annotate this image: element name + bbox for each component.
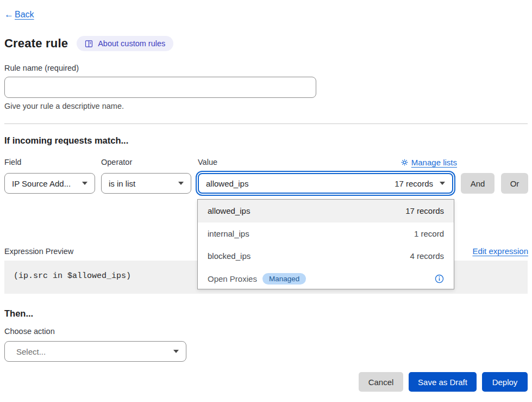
list-item-name: blocked_ips (208, 251, 410, 261)
list-item-name: allowed_ips (208, 206, 405, 215)
list-item-allowed-ips[interactable]: allowed_ips 17 records (198, 200, 454, 222)
chevron-down-icon (440, 182, 445, 185)
operator-label: Operator (101, 158, 132, 166)
list-item-records: 4 records (410, 251, 444, 261)
gear-icon (401, 159, 408, 166)
field-select-value: IP Source Add... (12, 179, 76, 188)
value-select[interactable]: allowed_ips 17 records (198, 173, 453, 194)
deploy-button[interactable]: Deploy (482, 372, 528, 392)
about-badge-label: About custom rules (98, 39, 165, 48)
or-button[interactable]: Or (501, 173, 528, 194)
list-item-name: internal_ips (208, 229, 414, 238)
chevron-down-icon (173, 350, 179, 353)
value-dropdown-panel: allowed_ips 17 records internal_ips 1 re… (197, 199, 454, 289)
choose-action-label: Choose action (4, 327, 55, 336)
save-as-draft-button[interactable]: Save as Draft (409, 372, 477, 392)
operator-select-value: is in list (109, 179, 172, 188)
section-divider (4, 123, 528, 124)
list-item-records: 1 record (414, 229, 444, 238)
value-select-records: 17 records (395, 179, 433, 188)
match-heading: If incoming requests match... (4, 135, 128, 146)
value-select-value: allowed_ips (206, 179, 388, 188)
then-heading: Then... (4, 308, 33, 319)
list-item-name: Open Proxies (208, 274, 257, 283)
and-button[interactable]: And (461, 173, 495, 194)
book-icon (85, 40, 93, 48)
page-title: Create rule (4, 36, 68, 51)
action-select-placeholder: Select... (12, 347, 167, 356)
cancel-button[interactable]: Cancel (359, 372, 403, 392)
rule-name-input[interactable] (4, 77, 316, 98)
create-rule-page: ←Back Create rule About custom rules Rul… (0, 0, 532, 402)
managed-badge: Managed (262, 273, 306, 285)
action-select[interactable]: Select... (4, 341, 186, 362)
back-label: Back (15, 10, 34, 20)
manage-lists-link[interactable]: Manage lists (401, 158, 457, 167)
list-item-blocked-ips[interactable]: blocked_ips 4 records (198, 245, 454, 268)
title-row: Create rule About custom rules (4, 36, 173, 51)
back-link[interactable]: ←Back (4, 9, 34, 20)
list-item-open-proxies[interactable]: Open Proxies Managed (198, 268, 454, 290)
rule-name-label: Rule name (required) (4, 64, 79, 72)
expression-preview-label: Expression Preview (4, 247, 73, 256)
rule-name-helper: Give your rule a descriptive name. (4, 102, 124, 110)
list-item-records: 17 records (405, 206, 444, 215)
expression-code: (ip.src in $allowed_ips) (14, 271, 131, 281)
list-item-internal-ips[interactable]: internal_ips 1 record (198, 222, 454, 245)
field-select[interactable]: IP Source Add... (4, 173, 95, 194)
chevron-down-icon (82, 182, 87, 185)
manage-lists-label: Manage lists (411, 158, 457, 167)
value-label: Value (198, 158, 217, 166)
chevron-down-icon (178, 182, 184, 185)
field-label: Field (4, 158, 21, 166)
operator-select[interactable]: is in list (101, 173, 191, 194)
back-arrow-icon: ← (4, 9, 14, 20)
about-custom-rules-link[interactable]: About custom rules (77, 36, 173, 51)
info-icon[interactable] (435, 274, 444, 283)
edit-expression-link[interactable]: Edit expression (472, 246, 528, 256)
